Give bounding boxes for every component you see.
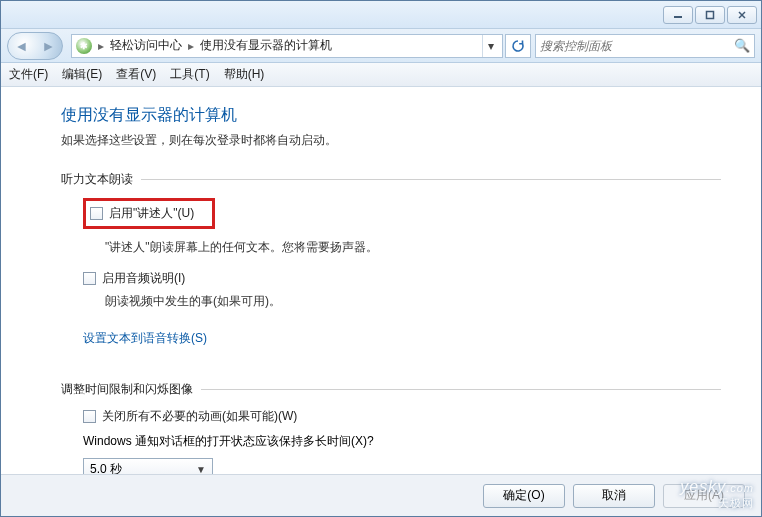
ease-of-access-icon: ✱: [76, 38, 92, 54]
group-timing-label: 调整时间限制和闪烁图像: [61, 381, 721, 398]
narrator-checkbox-label[interactable]: 启用"讲述人"(U): [109, 205, 194, 222]
menu-view[interactable]: 查看(V): [116, 66, 156, 83]
breadcrumb-dropdown-icon[interactable]: ▾: [482, 35, 498, 57]
breadcrumb-sep-icon: ▸: [188, 39, 194, 53]
disable-animations-row: 关闭所有不必要的动画(如果可能)(W): [83, 408, 721, 425]
divider: [141, 179, 721, 180]
back-icon: ◄: [15, 38, 29, 54]
dropdown-value: 5.0 秒: [90, 461, 122, 475]
search-icon[interactable]: 🔍: [734, 38, 750, 53]
ok-button[interactable]: 确定(O): [483, 484, 565, 508]
nav-back-forward[interactable]: ◄ ►: [7, 32, 63, 60]
footer: 确定(O) 取消 应用(A): [1, 474, 761, 516]
close-button[interactable]: [727, 6, 757, 24]
menu-file[interactable]: 文件(F): [9, 66, 48, 83]
page-subtitle: 如果选择这些设置，则在每次登录时都将自动启动。: [61, 132, 721, 149]
tts-settings-link[interactable]: 设置文本到语音转换(S): [83, 330, 207, 347]
narrator-highlight: 启用"讲述人"(U): [83, 198, 215, 229]
menubar: 文件(F) 编辑(E) 查看(V) 工具(T) 帮助(H): [1, 63, 761, 87]
search-input[interactable]: [540, 39, 734, 53]
group-hearing-label: 听力文本朗读: [61, 171, 721, 188]
disable-animations-checkbox[interactable]: [83, 410, 96, 423]
forward-icon: ►: [42, 38, 56, 54]
menu-tools[interactable]: 工具(T): [170, 66, 209, 83]
divider: [201, 389, 721, 390]
menu-help[interactable]: 帮助(H): [224, 66, 265, 83]
apply-button-label: 应用(A): [684, 487, 724, 504]
group-timing: 调整时间限制和闪烁图像 关闭所有不必要的动画(如果可能)(W) Windows …: [61, 381, 721, 474]
cancel-button-label: 取消: [602, 487, 626, 504]
breadcrumb-seg2[interactable]: 使用没有显示器的计算机: [200, 37, 332, 54]
svg-rect-1: [707, 11, 714, 18]
group-timing-text: 调整时间限制和闪烁图像: [61, 381, 193, 398]
narrator-description: "讲述人"朗读屏幕上的任何文本。您将需要扬声器。: [105, 239, 721, 256]
cancel-button[interactable]: 取消: [573, 484, 655, 508]
group-hearing-text: 听力文本朗读: [61, 171, 133, 188]
maximize-button[interactable]: [695, 6, 725, 24]
breadcrumb-sep-icon: ▸: [98, 39, 104, 53]
menu-edit[interactable]: 编辑(E): [62, 66, 102, 83]
control-panel-window: ◄ ► ✱ ▸ 轻松访问中心 ▸ 使用没有显示器的计算机 ▾ 🔍 文件(F) 编…: [0, 0, 762, 517]
breadcrumb[interactable]: ✱ ▸ 轻松访问中心 ▸ 使用没有显示器的计算机 ▾: [71, 34, 503, 58]
audio-desc-checkbox[interactable]: [83, 272, 96, 285]
narrator-checkbox[interactable]: [90, 207, 103, 220]
apply-button: 应用(A): [663, 484, 745, 508]
ok-button-label: 确定(O): [503, 487, 544, 504]
notification-duration-dropdown[interactable]: 5.0 秒 ▼: [83, 458, 213, 474]
audio-desc-description: 朗读视频中发生的事(如果可用)。: [105, 293, 721, 310]
breadcrumb-seg1[interactable]: 轻松访问中心: [110, 37, 182, 54]
search-box[interactable]: 🔍: [535, 34, 755, 58]
group-hearing: 听力文本朗读 启用"讲述人"(U) "讲述人"朗读屏幕上的任何文本。您将需要扬声…: [61, 171, 721, 365]
disable-animations-label[interactable]: 关闭所有不必要的动画(如果可能)(W): [102, 408, 297, 425]
chevron-down-icon: ▼: [196, 464, 206, 475]
notification-duration-question: Windows 通知对话框的打开状态应该保持多长时间(X)?: [83, 433, 721, 450]
titlebar: [1, 1, 761, 29]
refresh-button[interactable]: [505, 34, 531, 58]
audio-desc-checkbox-label[interactable]: 启用音频说明(I): [102, 270, 185, 287]
minimize-button[interactable]: [663, 6, 693, 24]
content-area: 使用没有显示器的计算机 如果选择这些设置，则在每次登录时都将自动启动。 听力文本…: [1, 87, 761, 474]
page-title: 使用没有显示器的计算机: [61, 105, 721, 126]
audio-desc-row: 启用音频说明(I): [83, 270, 721, 287]
navbar: ◄ ► ✱ ▸ 轻松访问中心 ▸ 使用没有显示器的计算机 ▾ 🔍: [1, 29, 761, 63]
